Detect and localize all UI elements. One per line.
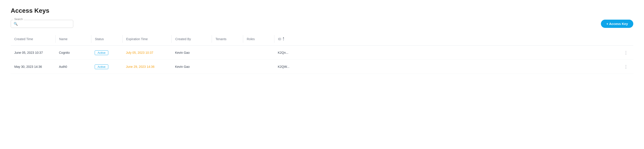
sort-icons-id: ▲ ▼ [282, 37, 284, 41]
search-label: Search [14, 18, 24, 21]
col-header-name: Name [56, 35, 91, 43]
cell-created-by-2: Kevin Gao [172, 61, 212, 72]
cell-created-by-1: Kevin Gao [172, 47, 212, 58]
cell-created-time-1: June 05, 2023 10:37 [11, 47, 56, 58]
cell-expiry-1: July 05, 2023 10:37 [122, 47, 172, 58]
search-icon: 🔍 [14, 22, 18, 26]
row-actions-button-1[interactable]: ⋮ [622, 49, 630, 56]
status-badge-1: Active [95, 50, 108, 55]
cell-created-time-2: May 30, 2023 14:36 [11, 61, 56, 72]
table-header: Created Time Name Status Expiration Time… [11, 35, 633, 46]
table-row: May 30, 2023 14:36 Auth0 Active June 29,… [11, 60, 633, 74]
col-header-tenants: Tenants [212, 35, 243, 43]
cell-id-2: K2QW... ⋮ [274, 60, 633, 74]
col-header-roles: Roles [243, 35, 274, 43]
col-header-created-by: Created By [172, 35, 212, 43]
table-row: June 05, 2023 10:37 Cognito Active July … [11, 46, 633, 60]
page-title: Access Keys [11, 7, 633, 14]
cell-tenants-2 [212, 63, 243, 70]
search-container: Search 🔍 [11, 20, 73, 28]
cell-name-2: Auth0 [56, 61, 91, 72]
cell-tenants-1 [212, 49, 243, 56]
cell-roles-2 [243, 63, 274, 70]
row-actions-button-2[interactable]: ⋮ [622, 63, 630, 70]
status-badge-2: Active [95, 64, 108, 69]
cell-id-1: K2Qn... ⋮ [274, 46, 633, 60]
col-header-created-time: Created Time [11, 35, 56, 43]
cell-expiry-2: June 29, 2023 14:36 [122, 61, 172, 72]
table-container: Created Time Name Status Expiration Time… [11, 35, 633, 74]
search-box: 🔍 [11, 20, 73, 28]
col-header-status: Status [91, 35, 122, 43]
col-header-id[interactable]: ID ▲ ▼ [274, 35, 633, 43]
cell-status-2: Active [91, 61, 122, 73]
col-header-expiration-time: Expiration Time [122, 35, 172, 43]
cell-name-1: Cognito [56, 47, 91, 58]
cell-roles-1 [243, 49, 274, 56]
add-access-key-button[interactable]: + Access Key [601, 20, 633, 28]
search-input[interactable] [20, 22, 70, 26]
cell-status-1: Active [91, 47, 122, 59]
toolbar: Search 🔍 + Access Key [11, 20, 633, 28]
